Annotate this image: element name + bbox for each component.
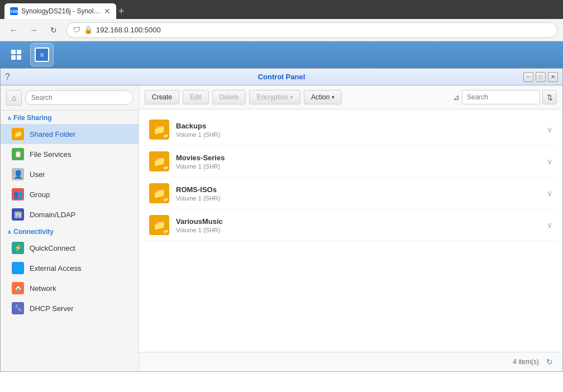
folder-name: VariousMusic [176, 217, 540, 226]
network-icon: 🏠 [12, 282, 24, 294]
sidebar-item-domain-ldap[interactable]: 🏢 Domain/LDAP [1, 204, 139, 224]
folder-icon: 📁 ⇄ [149, 119, 169, 140]
search-area: ⊿ ⇅ [453, 90, 557, 104]
control-panel-window: ? Control Panel ─ □ ✕ ⌂ ∧ File Sharing 📁 [0, 68, 563, 372]
sidebar-item-shared-folder[interactable]: 📁 Shared Folder [1, 124, 139, 144]
sidebar: ⌂ ∧ File Sharing 📁 Shared Folder 📋 File … [1, 85, 139, 371]
tab-close-button[interactable]: ✕ [104, 7, 111, 16]
sidebar-item-network[interactable]: 🏠 Network [1, 278, 139, 298]
quickconnect-label: QuickConnect [30, 244, 75, 252]
share-icon: ⇄ [164, 197, 168, 202]
file-services-icon: 📋 [12, 148, 24, 160]
action-label: Action [311, 93, 330, 101]
sidebar-item-dhcp-server[interactable]: 🔧 DHCP Server [1, 298, 139, 318]
taskbar-control-panel-button[interactable] [30, 43, 54, 66]
file-sharing-chevron: ∧ [7, 115, 11, 121]
share-icon: ⇄ [164, 133, 168, 138]
sidebar-item-external-access[interactable]: 🌐 External Access [1, 258, 139, 278]
cp-titlebar: ? Control Panel ─ □ ✕ [1, 69, 562, 85]
sidebar-item-quickconnect[interactable]: ⚡ QuickConnect [1, 238, 139, 258]
folder-name: Movies-Series [176, 154, 540, 162]
dsm-taskbar [0, 41, 563, 68]
folder-info: ROMS-ISOs Volume 1 (SHR) [176, 185, 540, 202]
tab-favicon: DSM [10, 7, 18, 15]
search-icon: ⊿ [453, 93, 460, 102]
folder-info: VariousMusic Volume 1 (SHR) [176, 217, 540, 233]
edit-button[interactable]: Edit [183, 90, 209, 104]
lock-icon: 🔒 [84, 26, 93, 34]
expand-icon[interactable]: ∨ [547, 125, 552, 134]
sidebar-item-file-services[interactable]: 📋 File Services [1, 144, 139, 164]
browser-tab[interactable]: DSM SynologyDS216j - Synolo... ✕ [4, 3, 116, 19]
encryption-button[interactable]: Encryption ▾ [249, 90, 300, 104]
dhcp-icon: 🔧 [12, 302, 24, 314]
encryption-label: Encryption [256, 93, 288, 101]
item-count: 4 item(s) [513, 358, 539, 366]
domain-icon: 🏢 [12, 208, 24, 221]
folder-name: ROMS-ISOs [176, 185, 540, 194]
table-row[interactable]: 📁 ⇄ Backups Volume 1 (SHR) ∨ [145, 114, 557, 146]
home-button[interactable]: ⌂ [6, 90, 22, 106]
folder-icon: 📁 ⇄ [149, 215, 169, 235]
sidebar-header: ⌂ [1, 85, 139, 111]
expand-icon[interactable]: ∨ [547, 189, 552, 198]
toolbar: Create Edit Delete Encryption ▾ Action ▾… [139, 85, 562, 109]
minimize-button[interactable]: ─ [523, 72, 533, 82]
control-panel-icon [35, 47, 49, 62]
folder-icon: 📁 ⇄ [149, 151, 169, 171]
sidebar-item-group[interactable]: 👥 Group [1, 184, 139, 204]
back-button[interactable]: ← [6, 22, 21, 38]
network-label: Network [30, 284, 56, 293]
address-bar[interactable]: 🛡 🔒 192.168.0.100:5000 [66, 22, 557, 38]
expand-icon[interactable]: ∨ [547, 221, 552, 230]
cp-body: ⌂ ∧ File Sharing 📁 Shared Folder 📋 File … [1, 85, 562, 371]
encryption-dropdown-arrow: ▾ [290, 94, 293, 100]
new-tab-button[interactable]: + [118, 3, 125, 19]
domain-ldap-label: Domain/LDAP [30, 211, 75, 219]
app-grid-icon [9, 47, 23, 62]
file-sharing-label: File Sharing [13, 114, 52, 122]
refresh-button[interactable]: ↻ [46, 22, 61, 38]
folder-name: Backups [176, 122, 540, 130]
share-icon: ⇄ [164, 228, 168, 234]
close-button[interactable]: ✕ [548, 72, 558, 82]
connectivity-label: Connectivity [13, 228, 54, 236]
refresh-button[interactable]: ↻ [543, 356, 556, 368]
file-services-label: File Services [30, 150, 71, 159]
user-label: User [30, 170, 45, 179]
external-access-label: External Access [30, 264, 82, 273]
taskbar-app-grid-button[interactable] [4, 43, 28, 66]
forward-button[interactable]: → [26, 22, 41, 38]
user-icon: 👤 [12, 168, 24, 180]
cp-title: Control Panel [258, 73, 306, 81]
table-row[interactable]: 📁 ⇄ ROMS-ISOs Volume 1 (SHR) ∨ [145, 178, 557, 209]
sidebar-search-input[interactable] [25, 90, 133, 105]
create-button[interactable]: Create [145, 90, 179, 104]
sort-button[interactable]: ⇅ [542, 90, 557, 104]
quickconnect-icon: ⚡ [12, 242, 24, 254]
browser-nav-bar: ← → ↻ 🛡 🔒 192.168.0.100:5000 [0, 19, 563, 41]
folder-icon: 📁 ⇄ [149, 183, 169, 203]
section-connectivity[interactable]: ∧ Connectivity [1, 224, 139, 238]
folder-sub: Volume 1 (SHR) [176, 227, 540, 233]
folder-list: 📁 ⇄ Backups Volume 1 (SHR) ∨ 📁 ⇄ [139, 109, 562, 352]
section-file-sharing[interactable]: ∧ File Sharing [1, 111, 139, 124]
folder-sub: Volume 1 (SHR) [176, 131, 540, 138]
browser-tab-bar: DSM SynologyDS216j - Synolo... ✕ + [0, 0, 563, 19]
help-button[interactable]: ? [5, 72, 10, 82]
delete-button[interactable]: Delete [212, 90, 246, 104]
folder-info: Backups Volume 1 (SHR) [176, 122, 540, 138]
main-search-input[interactable] [462, 90, 540, 104]
expand-icon[interactable]: ∨ [547, 157, 552, 166]
folder-sub: Volume 1 (SHR) [176, 195, 540, 202]
action-dropdown-arrow: ▾ [332, 94, 335, 100]
table-row[interactable]: 📁 ⇄ Movies-Series Volume 1 (SHR) ∨ [145, 146, 557, 178]
shield-icon: 🛡 [73, 26, 80, 34]
table-row[interactable]: 📁 ⇄ VariousMusic Volume 1 (SHR) ∨ [145, 209, 557, 241]
address-text: 192.168.0.100:5000 [96, 26, 161, 34]
folder-sub: Volume 1 (SHR) [176, 163, 540, 170]
restore-button[interactable]: □ [536, 72, 546, 82]
footer: 4 item(s) ↻ [139, 352, 562, 371]
action-button[interactable]: Action ▾ [304, 90, 342, 104]
sidebar-item-user[interactable]: 👤 User [1, 164, 139, 184]
